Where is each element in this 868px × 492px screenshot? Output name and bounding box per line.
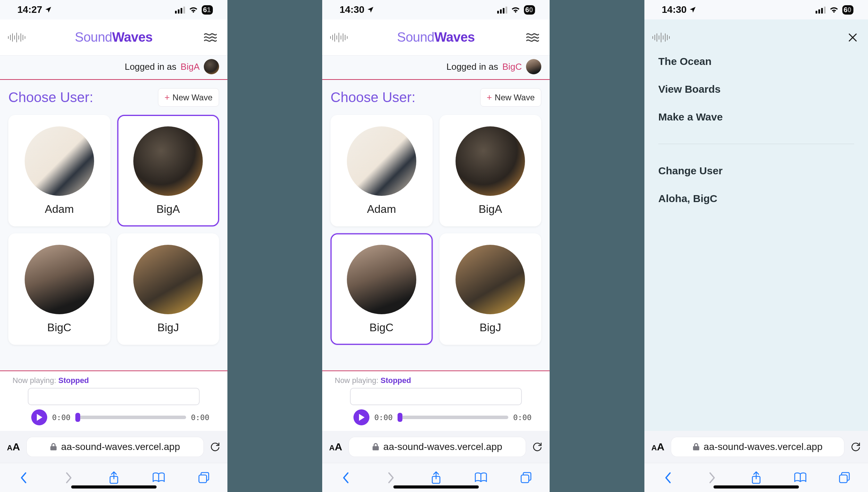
forward-button[interactable]: [61, 470, 76, 485]
user-card-adam[interactable]: Adam: [8, 115, 110, 226]
avatar: [133, 126, 203, 196]
soundwave-logo-icon: [7, 32, 26, 43]
logged-in-row: Logged in as BigC: [322, 56, 550, 79]
menu-icon[interactable]: [526, 33, 539, 42]
text-size-button[interactable]: AA: [329, 441, 342, 453]
user-name: BigJ: [157, 321, 179, 334]
home-indicator[interactable]: [393, 485, 479, 489]
ios-status-bar: 14:27 61: [0, 0, 227, 19]
bookmarks-button[interactable]: [151, 470, 166, 485]
now-playing-label: Now playing:: [12, 376, 56, 385]
elapsed-time: 0:00: [52, 413, 70, 422]
status-right: 61: [175, 5, 213, 15]
elapsed-time: 0:00: [374, 413, 393, 422]
status-time: 14:27: [17, 4, 42, 15]
user-name: BigC: [47, 321, 71, 334]
user-name: Adam: [367, 203, 396, 216]
reload-button[interactable]: [210, 442, 220, 452]
reload-button[interactable]: [851, 442, 861, 452]
home-indicator[interactable]: [713, 485, 799, 489]
back-button[interactable]: [338, 470, 353, 485]
status-time: 14:30: [662, 4, 687, 15]
seek-slider[interactable]: [75, 416, 186, 419]
cellular-icon: [175, 6, 185, 14]
battery-pill: 60: [524, 5, 535, 15]
avatar: [347, 126, 416, 196]
text-size-button[interactable]: AA: [651, 441, 665, 453]
play-button[interactable]: [31, 409, 47, 425]
forward-button[interactable]: [704, 470, 720, 485]
menu-item-make-wave[interactable]: Make a Wave: [658, 111, 854, 123]
logged-in-row: Logged in as BigA: [0, 56, 227, 79]
menu-icon[interactable]: [204, 33, 217, 42]
menu-separator: [658, 144, 854, 144]
now-playing-state: Stopped: [58, 376, 89, 385]
user-name: BigJ: [479, 321, 501, 334]
avatar: [456, 126, 525, 196]
share-button[interactable]: [428, 470, 444, 485]
url-field[interactable]: aa-sound-waves.vercel.app: [26, 437, 204, 457]
url-text: aa-sound-waves.vercel.app: [61, 441, 180, 452]
url-field[interactable]: aa-sound-waves.vercel.app: [349, 437, 526, 457]
lock-icon: [693, 443, 700, 451]
menu-item-aloha[interactable]: Aloha, BigC: [658, 193, 854, 205]
share-button[interactable]: [106, 470, 122, 485]
status-right: 60: [497, 5, 535, 15]
reload-button[interactable]: [532, 442, 543, 452]
user-card-biga[interactable]: BigA: [440, 115, 542, 226]
menu-panel: The Ocean View Boards Make a Wave Change…: [644, 19, 868, 431]
back-button[interactable]: [16, 470, 31, 485]
seek-slider[interactable]: [398, 416, 508, 419]
bookmarks-button[interactable]: [473, 470, 489, 485]
svg-rect-10: [199, 475, 207, 483]
soundwave-logo-icon: [329, 32, 349, 43]
share-button[interactable]: [749, 470, 764, 485]
battery-pill: 60: [842, 5, 853, 15]
new-wave-button[interactable]: +New Wave: [480, 88, 541, 107]
lock-icon: [372, 443, 379, 451]
soundwave-logo-icon: [651, 32, 671, 43]
location-arrow-icon: [44, 6, 52, 14]
user-card-bigj[interactable]: BigJ: [440, 233, 542, 345]
location-arrow-icon: [689, 6, 696, 14]
avatar: [456, 245, 525, 314]
avatar: [526, 59, 541, 74]
tabs-button[interactable]: [196, 470, 211, 485]
tabs-button[interactable]: [518, 470, 534, 485]
user-card-bigc[interactable]: BigC: [8, 233, 110, 345]
avatar: [204, 59, 219, 74]
avatar: [133, 245, 203, 314]
url-field[interactable]: aa-sound-waves.vercel.app: [671, 437, 844, 457]
menu-item-ocean[interactable]: The Ocean: [658, 56, 854, 67]
app-bar: SoundWaves: [0, 19, 227, 56]
svg-rect-21: [521, 475, 529, 483]
now-playing-label: Now playing:: [335, 376, 378, 385]
back-button[interactable]: [660, 470, 676, 485]
user-card-adam[interactable]: Adam: [331, 115, 433, 226]
wifi-icon: [189, 6, 198, 14]
plus-icon: +: [487, 92, 492, 103]
user-card-bigj[interactable]: BigJ: [117, 233, 219, 345]
now-playing-tray: Now playing:Stopped 0:00 0:00: [0, 370, 227, 431]
menu-item-change-user[interactable]: Change User: [658, 165, 854, 177]
safari-url-bar: AA aa-sound-waves.vercel.app: [322, 431, 550, 463]
play-button[interactable]: [353, 409, 369, 425]
new-wave-button[interactable]: +New Wave: [158, 88, 219, 107]
user-name: BigA: [478, 203, 502, 216]
safari-url-bar: AA aa-sound-waves.vercel.app: [644, 431, 868, 463]
bookmarks-button[interactable]: [793, 470, 808, 485]
user-name: BigA: [156, 203, 180, 216]
user-card-bigc[interactable]: BigC: [331, 233, 433, 345]
avatar: [25, 126, 94, 196]
menu-item-boards[interactable]: View Boards: [658, 83, 854, 95]
total-time: 0:00: [191, 413, 209, 422]
forward-button[interactable]: [383, 470, 399, 485]
user-card-biga[interactable]: BigA: [117, 115, 219, 226]
logged-in-username: BigC: [502, 61, 522, 72]
close-icon[interactable]: [848, 33, 858, 42]
text-size-button[interactable]: AA: [7, 441, 20, 453]
home-indicator[interactable]: [71, 485, 157, 489]
tabs-button[interactable]: [837, 470, 852, 485]
ios-status-bar: 14:30 60: [644, 0, 868, 19]
total-time: 0:00: [513, 413, 532, 422]
